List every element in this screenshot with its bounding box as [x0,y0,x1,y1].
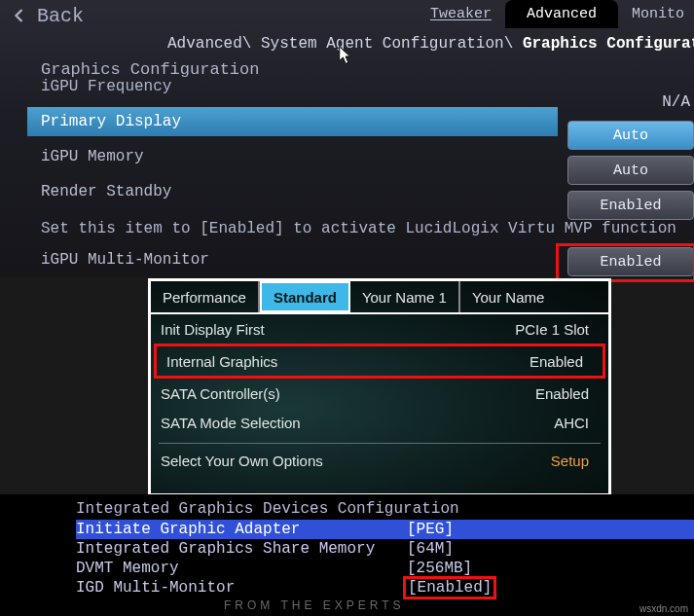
sata-mode-label: SATA Mode Selection [161,415,365,431]
tab-performance[interactable]: Performance [151,281,260,312]
igpu-multi-monitor-value-button[interactable]: Enabled [567,247,694,276]
row-igpu-memory[interactable]: iGPU Memory [27,142,558,171]
init-display-value: PCIe 1 Slot [515,321,599,338]
select-own-value: Setup [551,453,599,469]
sata-mode-value: AHCI [554,415,599,431]
p3-title: Integrated Graphics Devices Configuratio… [76,500,694,518]
internal-graphics-label: Internal Graphics [166,353,371,370]
sata-controller-value: Enabled [535,385,599,402]
row-sata-mode[interactable]: SATA Mode Selection AHCI [151,408,608,437]
row-primary-display[interactable]: Primary Display [27,107,558,136]
row-dvmt[interactable]: DVMT Memory [256MB] [76,559,694,578]
msi-bios-panel: Integrated Graphics Devices Configuratio… [0,494,694,616]
igpu-multi-monitor-label: iGPU Multi-Monitor [41,251,209,269]
tab-monitor[interactable]: Monito [622,6,694,22]
breadcrumb: Advanced\ System Agent Configuration\ Gr… [167,35,694,53]
asus-bios-panel: Back Tweaker Advanced Monito Advanced\ S… [0,0,694,277]
section-title: Graphics Configuration [41,60,259,79]
divider [159,443,601,444]
dvmt-value: [256MB] [407,560,472,577]
gigabyte-bios-panel: Performance Standard Your Name 1 Your Na… [148,278,611,496]
back-label: Back [37,5,84,27]
internal-graphics-value: Enabled [530,353,593,370]
row-igd-multi[interactable]: IGD Multi-Monitor [Enabled] [76,578,694,598]
back-button[interactable]: Back [0,1,95,31]
help-text: Set this item to [Enabled] to activate L… [41,220,676,237]
back-arrow-icon [12,7,29,24]
render-standby-value-button[interactable]: Enabled [567,191,694,220]
row-internal-graphics[interactable]: Internal Graphics Enabled [154,344,605,379]
row-init-display[interactable]: Init Display First PCIe 1 Slot [151,314,608,344]
watermark: wsxdn.com [639,603,688,614]
igpu-frequency-label: iGPU Frequency [41,78,171,95]
tab-advanced[interactable]: Advanced [505,0,618,28]
row-initiate-adapter[interactable]: Initiate Graphic Adapter [PEG] [76,520,694,539]
tab-yourname2[interactable]: Your Name [460,281,557,312]
igpu-memory-value-button[interactable]: Auto [567,156,694,185]
igd-multi-label: IGD Multi-Monitor [76,579,407,597]
tab-standard[interactable]: Standard [260,281,350,312]
igpu-memory-label: iGPU Memory [41,148,144,165]
row-render-standby[interactable]: Render Standby [27,177,558,206]
render-standby-label: Render Standby [41,183,171,200]
tab-tweaker[interactable]: Tweaker [420,6,501,22]
mouse-cursor-icon [339,47,354,66]
top-bar: Back Tweaker Advanced Monito [0,0,694,31]
primary-display-label: Primary Display [41,113,181,130]
primary-display-value-button[interactable]: Auto [567,121,694,150]
row-select-own[interactable]: Select Your Own Options Setup [151,446,608,475]
dvmt-label: DVMT Memory [76,560,407,577]
footer-text: FROM THE EXPERTS [224,598,405,612]
select-own-label: Select Your Own Options [161,453,365,469]
breadcrumb-current: Graphics Configurati [523,35,694,53]
init-display-label: Init Display First [161,321,365,338]
tab-yourname1[interactable]: Your Name 1 [350,281,460,312]
initiate-adapter-label: Initiate Graphic Adapter [76,521,407,538]
share-memory-label: Integrated Graphics Share Memory [76,540,407,558]
na-value: N/A [662,93,690,111]
row-igpu-multi-monitor[interactable]: iGPU Multi-Monitor [27,245,558,274]
initiate-adapter-value: [PEG] [407,521,454,538]
row-share-memory[interactable]: Integrated Graphics Share Memory [64M] [76,539,694,559]
profile-tabs: Performance Standard Your Name 1 Your Na… [151,281,608,314]
row-sata-controller[interactable]: SATA Controller(s) Enabled [151,379,608,408]
share-memory-value: [64M] [407,540,454,558]
igd-multi-value: [Enabled] [403,576,496,599]
sata-controller-label: SATA Controller(s) [161,385,365,402]
